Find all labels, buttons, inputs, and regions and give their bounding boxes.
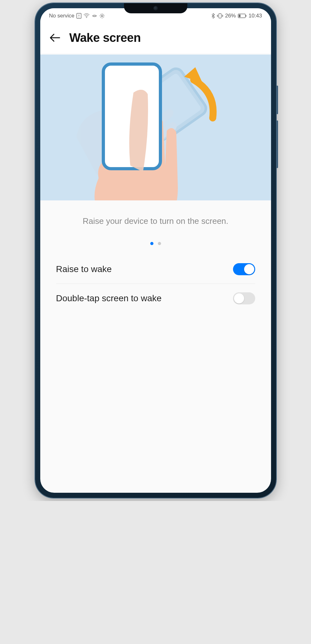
toggle-knob — [244, 264, 254, 274]
svg-rect-12 — [239, 15, 241, 17]
setting-label: Raise to wake — [56, 264, 112, 274]
svg-point-2 — [79, 17, 79, 17]
sim-alert-icon — [76, 13, 81, 19]
pager[interactable] — [40, 236, 271, 255]
signal-icon — [92, 13, 97, 18]
back-button[interactable] — [49, 32, 61, 43]
raise-to-wake-illustration — [40, 55, 271, 200]
page-header: Wake screen — [40, 22, 271, 53]
toggle-double-tap-to-wake[interactable] — [233, 292, 255, 304]
setting-double-tap-to-wake: Double-tap screen to wake — [56, 284, 255, 313]
battery-percent-text: 26% — [225, 13, 236, 19]
svg-rect-11 — [246, 15, 246, 17]
svg-point-4 — [101, 15, 103, 17]
svg-rect-5 — [219, 14, 221, 18]
display-notch — [124, 3, 187, 13]
svg-point-3 — [86, 17, 87, 18]
toggle-raise-to-wake[interactable] — [233, 263, 255, 275]
arrow-left-icon — [49, 33, 60, 42]
device-frame: No service — [35, 3, 276, 498]
screen: No service — [40, 8, 271, 493]
wifi-icon — [83, 13, 90, 18]
illustration-caption: Raise your device to turn on the screen. — [40, 200, 271, 236]
setting-raise-to-wake: Raise to wake — [56, 255, 255, 284]
volume-down-button[interactable] — [277, 120, 278, 168]
settings-list: Raise to wake Double-tap screen to wake — [40, 255, 271, 313]
setting-label: Double-tap screen to wake — [56, 293, 162, 303]
volume-up-button[interactable] — [277, 86, 278, 114]
clock-text: 10:43 — [249, 13, 262, 19]
service-status-text: No service — [49, 13, 75, 19]
feature-illustration[interactable] — [40, 55, 271, 200]
page-title: Wake screen — [69, 31, 141, 45]
bluetooth-icon — [211, 13, 215, 19]
gear-icon — [99, 13, 105, 19]
battery-icon — [238, 14, 247, 18]
toggle-knob — [234, 293, 244, 303]
pager-dot-0[interactable] — [150, 242, 153, 245]
pager-dot-1[interactable] — [158, 242, 161, 245]
vibrate-icon — [217, 13, 223, 19]
